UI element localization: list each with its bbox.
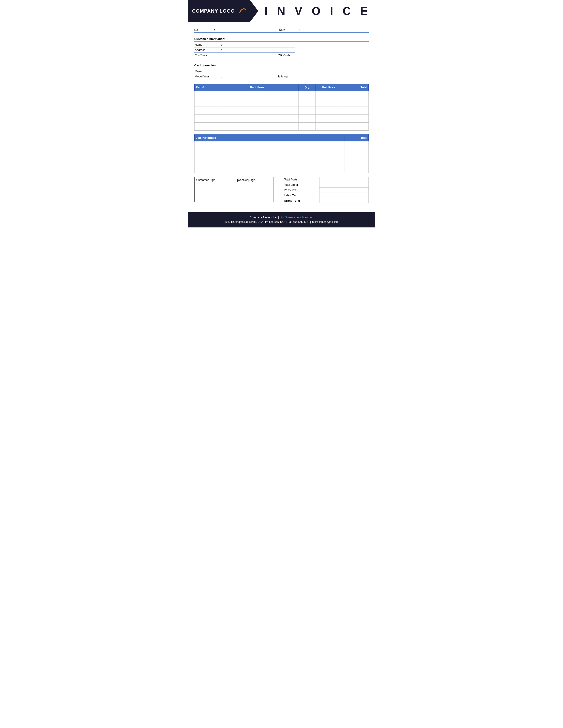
customer-info-section: Customer Information: Name : Address : C… <box>194 36 369 58</box>
part-name-1 <box>216 91 299 99</box>
date-colon: : <box>299 28 300 32</box>
logo-arc-icon <box>238 6 247 15</box>
city-zip-row: City/State : ZIP Code : <box>194 53 369 58</box>
qty-header: Qty <box>299 84 316 91</box>
parts-row-5 <box>194 123 369 131</box>
customer-info-table: Name : Address : City/State : ZIP Code : <box>194 42 369 58</box>
total-parts-label: Total Parts <box>283 177 320 182</box>
job-row-3 <box>194 157 369 165</box>
signature-boxes: Customer Sign [Cashier] Sign <box>194 177 274 202</box>
unit-price-5 <box>315 123 342 131</box>
job-desc-4 <box>194 165 345 173</box>
name-label: Name <box>194 42 221 47</box>
city-value <box>225 53 269 58</box>
job-desc-1 <box>194 141 345 149</box>
total-2 <box>342 99 369 107</box>
part-num-3 <box>194 107 216 115</box>
customer-sign-label: Customer Sign <box>196 178 215 182</box>
labor-tax-label: Labor Tax <box>283 193 320 198</box>
car-info-table: Make : Model/Year : Mileage : <box>194 69 369 79</box>
total-labor-value <box>320 182 369 188</box>
total-labor-label: Total Labor <box>283 182 320 188</box>
job-row-1 <box>194 141 369 149</box>
date-section: Date : <box>279 28 346 32</box>
job-desc-3 <box>194 157 345 165</box>
footer-company-name: Company System Inc. <box>250 216 277 219</box>
parts-row-4 <box>194 115 369 123</box>
total-5 <box>342 123 369 131</box>
grand-total-label: Grand Total <box>283 198 320 203</box>
job-header-row: Job Performed Total <box>194 134 369 141</box>
total-1 <box>342 91 369 99</box>
part-name-3 <box>216 107 299 115</box>
cashier-sign-label: [Cashier] Sign <box>237 178 255 182</box>
model-year-label: Model/Year <box>194 74 221 79</box>
city-colon: : <box>221 53 225 58</box>
job-total-1 <box>345 141 369 149</box>
part-name-4 <box>216 115 299 123</box>
labor-tax-row: Labor Tax <box>283 193 369 198</box>
job-total-header: Total <box>345 134 369 141</box>
customer-info-header: Customer Information: <box>194 36 369 42</box>
part-name-header: Part Name <box>216 84 299 91</box>
bottom-section: Customer Sign [Cashier] Sign Total Parts… <box>194 177 369 203</box>
totals-table: Total Parts Total Labor Parts Tax Labor … <box>283 177 369 203</box>
no-label: No <box>194 28 212 32</box>
job-performed-header: Job Performed <box>194 134 345 141</box>
logo-section: COMPANY LOGO <box>188 0 258 22</box>
parts-row-3 <box>194 107 369 115</box>
no-date-row: No : Date : <box>194 26 369 33</box>
parts-row-1 <box>194 91 369 99</box>
total-3 <box>342 107 369 115</box>
parts-tax-row: Parts Tax <box>283 188 369 193</box>
mileage-label: Mileage <box>269 74 292 79</box>
qty-2 <box>299 99 316 107</box>
qty-1 <box>299 91 316 99</box>
part-name-5 <box>216 123 299 131</box>
unit-price-3 <box>315 107 342 115</box>
date-value <box>302 28 346 32</box>
name-row: Name : <box>194 42 369 47</box>
job-row-4 <box>194 165 369 173</box>
footer-website-link[interactable]: http://freewordtemplates.net/ <box>279 216 313 219</box>
footer-line-2: 8030 Harrington Rd, Miami, USA | Ph 555-… <box>192 220 371 224</box>
job-total-2 <box>345 149 369 157</box>
invoice-title-section: I N V O I C E <box>258 0 375 22</box>
parts-table: Part # Part Name Qty Unit Price Total <box>194 84 369 131</box>
totals-section: Total Parts Total Labor Parts Tax Labor … <box>283 177 369 203</box>
model-value <box>225 74 269 79</box>
unit-price-header: Unit Price <box>315 84 342 91</box>
mileage-colon: : <box>292 74 295 79</box>
mileage-value <box>295 74 369 79</box>
qty-3 <box>299 107 316 115</box>
company-logo-text: COMPANY LOGO <box>192 8 235 14</box>
no-value <box>217 28 261 32</box>
invoice-title: I N V O I C E <box>264 4 371 18</box>
job-desc-2 <box>194 149 345 157</box>
make-label: Make <box>194 69 221 74</box>
total-labor-row: Total Labor <box>283 182 369 188</box>
job-total-4 <box>345 165 369 173</box>
address-value <box>225 47 295 53</box>
car-info-header: Car Information: <box>194 62 369 68</box>
parts-tax-value <box>320 188 369 193</box>
qty-5 <box>299 123 316 131</box>
part-name-2 <box>216 99 299 107</box>
unit-price-4 <box>315 115 342 123</box>
cashier-sign-box: [Cashier] Sign <box>235 177 274 202</box>
part-num-1 <box>194 91 216 99</box>
footer-line-1: Company System Inc. | http://freewordtem… <box>192 215 371 220</box>
page-footer: Company System Inc. | http://freewordtem… <box>188 212 375 227</box>
part-num-2 <box>194 99 216 107</box>
name-colon: : <box>221 42 225 47</box>
job-total-3 <box>345 157 369 165</box>
city-state-label: City/State <box>194 53 221 58</box>
job-row-2 <box>194 149 369 157</box>
job-table: Job Performed Total <box>194 134 369 173</box>
page-header: COMPANY LOGO I N V O I C E <box>188 0 375 22</box>
part-num-header: Part # <box>194 84 216 91</box>
model-mileage-row: Model/Year : Mileage : <box>194 74 369 79</box>
total-header: Total <box>342 84 369 91</box>
make-value <box>225 69 295 74</box>
parts-tax-label: Parts Tax <box>283 188 320 193</box>
